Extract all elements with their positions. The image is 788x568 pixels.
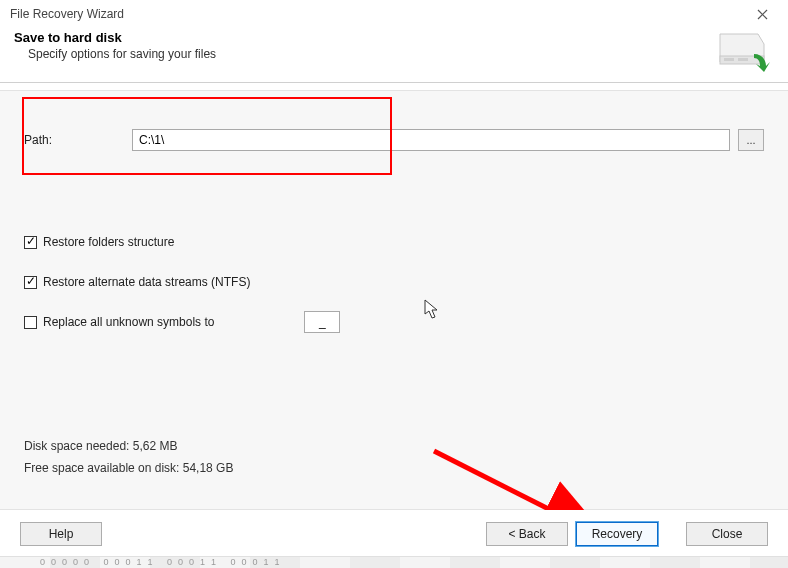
wizard-body: Path: ... Restore folders structure Rest… <box>0 90 788 510</box>
replace-unknown-input[interactable] <box>304 311 340 333</box>
replace-unknown-checkbox[interactable] <box>24 316 37 329</box>
path-input[interactable] <box>132 129 730 151</box>
wizard-header: Save to hard disk Specify options for sa… <box>0 28 788 82</box>
replace-unknown-label: Replace all unknown symbols to <box>43 315 214 329</box>
wizard-footer: Help < Back Recovery Close 00000 00011 0… <box>0 510 788 568</box>
disk-space-needed: Disk space needed: 5,62 MB <box>24 435 233 457</box>
background-data-strip: 00000 00011 00011 00011 <box>0 556 788 568</box>
window-title: File Recovery Wizard <box>10 7 744 21</box>
file-recovery-wizard-window: File Recovery Wizard Save to hard disk S… <box>0 0 788 568</box>
titlebar: File Recovery Wizard <box>0 0 788 28</box>
recovery-button[interactable]: Recovery <box>576 522 658 546</box>
restore-ads-row[interactable]: Restore alternate data streams (NTFS) <box>24 271 764 293</box>
restore-ads-checkbox[interactable] <box>24 276 37 289</box>
svg-rect-4 <box>738 58 748 61</box>
hard-disk-icon <box>714 30 770 72</box>
restore-folders-row[interactable]: Restore folders structure <box>24 231 764 253</box>
restore-folders-label: Restore folders structure <box>43 235 174 249</box>
page-heading: Save to hard disk <box>14 30 714 45</box>
svg-rect-3 <box>724 58 734 61</box>
close-icon[interactable] <box>744 2 780 26</box>
disk-space-free: Free space available on disk: 54,18 GB <box>24 457 233 479</box>
divider <box>0 82 788 83</box>
browse-button[interactable]: ... <box>738 129 764 151</box>
replace-unknown-row[interactable]: Replace all unknown symbols to <box>24 311 764 333</box>
disk-info: Disk space needed: 5,62 MB Free space av… <box>24 435 233 479</box>
page-subtitle: Specify options for saving your files <box>28 47 714 61</box>
restore-folders-checkbox[interactable] <box>24 236 37 249</box>
restore-ads-label: Restore alternate data streams (NTFS) <box>43 275 250 289</box>
help-button[interactable]: Help <box>20 522 102 546</box>
back-button[interactable]: < Back <box>486 522 568 546</box>
close-button[interactable]: Close <box>686 522 768 546</box>
path-label: Path: <box>24 133 132 147</box>
